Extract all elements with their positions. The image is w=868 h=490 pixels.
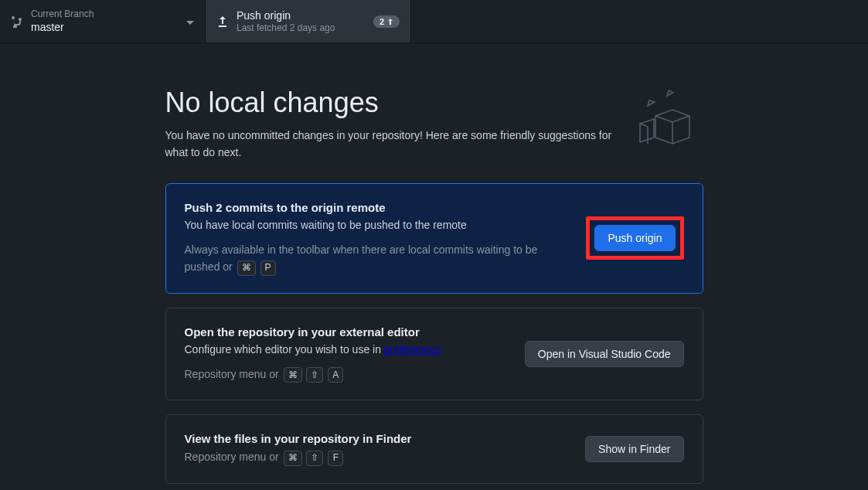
branch-label: Current Branch (31, 9, 94, 21)
main-content: No local changes You have no uncommitted… (0, 43, 868, 484)
kbd-f: F (328, 451, 343, 466)
kbd-a: A (328, 367, 343, 383)
push-subtitle: Last fetched 2 days ago (237, 22, 366, 35)
branch-selector[interactable]: Current Branch master (0, 0, 206, 43)
preferences-link[interactable]: preferences (384, 343, 441, 356)
kbd-cmd: ⌘ (284, 367, 302, 383)
push-card: Push 2 commits to the origin remote You … (165, 183, 703, 294)
annotation-highlight: Push origin (586, 216, 683, 260)
git-branch-icon (11, 15, 23, 28)
push-title: Push origin (237, 9, 366, 22)
page-title: No local changes (165, 87, 618, 119)
upload-icon (216, 15, 229, 28)
push-card-desc: You have local commits waiting to be pus… (185, 217, 571, 233)
kbd-shift: ⇧ (306, 367, 323, 383)
finder-hint-text: Repository menu or (185, 451, 282, 463)
show-finder-button[interactable]: Show in Finder (585, 436, 683, 462)
push-card-title: Push 2 commits to the origin remote (185, 201, 571, 214)
toolbar: Current Branch master Push origin Last f… (0, 0, 868, 43)
finder-card-hint: Repository menu or ⌘ ⇧ F (185, 448, 570, 466)
push-badge-count: 2 (380, 17, 384, 26)
empty-boxes-icon (634, 87, 703, 148)
push-origin-toolbar[interactable]: Push origin Last fetched 2 days ago 2 (206, 0, 411, 43)
kbd-cmd: ⌘ (284, 451, 302, 466)
push-origin-button[interactable]: Push origin (594, 225, 675, 251)
chevron-down-icon (186, 15, 194, 29)
push-card-hint: Always available in the toolbar when the… (185, 241, 571, 276)
finder-card: View the files in your repository in Fin… (165, 414, 703, 484)
page-subtitle: You have no uncommitted changes in your … (165, 127, 618, 162)
branch-name: master (31, 20, 94, 34)
editor-desc-text: Configure which editor you wish to use i… (185, 343, 384, 356)
kbd-shift: ⇧ (306, 451, 323, 466)
kbd-cmd: ⌘ (237, 260, 256, 276)
editor-card: Open the repository in your external edi… (165, 308, 703, 401)
editor-hint-text: Repository menu or (185, 368, 282, 380)
kbd-p: P (260, 260, 276, 276)
editor-card-hint: Repository menu or ⌘ ⇧ A (185, 366, 509, 383)
finder-card-title: View the files in your repository in Fin… (185, 432, 570, 445)
editor-card-title: Open the repository in your external edi… (185, 325, 509, 339)
editor-card-desc: Configure which editor you wish to use i… (185, 342, 509, 358)
push-badge: 2 (373, 15, 400, 28)
open-editor-button[interactable]: Open in Visual Studio Code (525, 341, 684, 367)
